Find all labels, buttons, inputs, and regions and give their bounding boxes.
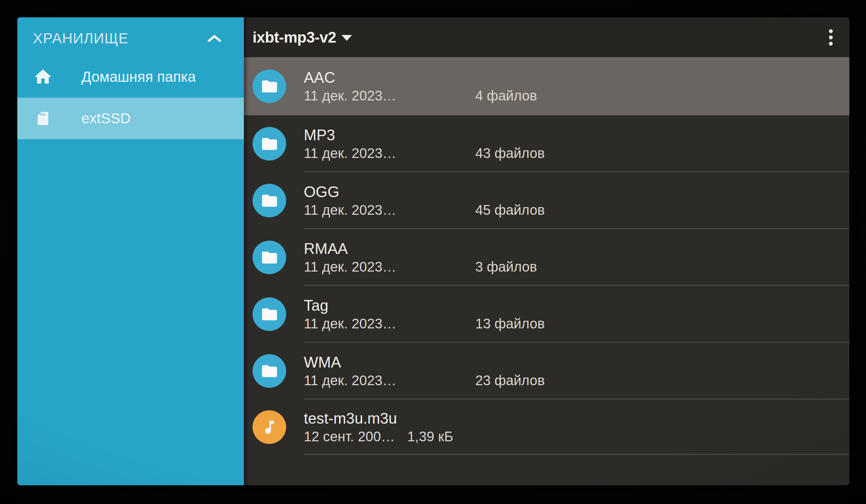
file-list: AAC 11 дек. 2023… 4 файлов MP3 — [244, 57, 849, 485]
file-manager-window: ХРАНИЛИЩЕ Домашняя папка extSSD — [17, 17, 849, 485]
folder-icon — [253, 184, 286, 218]
folder-icon — [253, 241, 286, 274]
file-info: OGG 11 дек. 2023… 45 файлов — [304, 183, 545, 219]
file-date: 12 сент. 200… — [304, 428, 395, 445]
storage-section-title: ХРАНИЛИЩЕ — [33, 30, 129, 47]
file-count: 43 файлов — [475, 144, 545, 162]
file-info: AAC 11 дек. 2023… 4 файлов — [304, 68, 537, 104]
file-info: RMAA 11 дек. 2023… 3 файлов — [304, 239, 537, 275]
sidebar-item-label: Домашняя папка — [81, 69, 196, 85]
file-date: 11 дек. 2023… — [304, 315, 475, 332]
app-bar: ixbt-mp3-v2 — [244, 17, 849, 57]
sidebar-item-extssd[interactable]: extSSD — [17, 98, 244, 139]
file-name: AAC — [304, 68, 537, 87]
file-info: test-m3u.m3u 12 сент. 200… 1,39 кБ — [304, 409, 453, 445]
folder-icon — [253, 298, 286, 331]
folder-icon — [253, 127, 286, 161]
file-count: 13 файлов — [475, 315, 545, 332]
sd-card-icon — [32, 108, 54, 129]
file-info: MP3 11 дек. 2023… 43 файлов — [304, 126, 545, 162]
file-browser-pane: ixbt-mp3-v2 AAC 11 дек. 2023… — [244, 17, 849, 485]
music-note-icon — [253, 410, 286, 444]
file-date: 11 дек. 2023… — [304, 201, 475, 219]
file-name: OGG — [304, 183, 545, 201]
file-name: MP3 — [304, 126, 545, 144]
file-info: WMA 11 дек. 2023… 23 файлов — [304, 353, 545, 389]
file-row-wma[interactable]: WMA 11 дек. 2023… 23 файлов — [244, 343, 849, 399]
triangle-down-icon — [342, 35, 352, 41]
folder-icon — [253, 70, 286, 103]
file-row-tag[interactable]: Tag 11 дек. 2023… 13 файлов — [244, 286, 849, 343]
file-date: 11 дек. 2023… — [304, 144, 475, 162]
photo-background: ХРАНИЛИЩЕ Домашняя папка extSSD — [0, 0, 866, 504]
file-name: Tag — [304, 296, 545, 315]
current-folder-name: ixbt-mp3-v2 — [253, 29, 336, 46]
file-name: WMA — [304, 353, 545, 372]
file-row-ogg[interactable]: OGG 11 дек. 2023… 45 файлов — [244, 172, 849, 229]
file-count: 45 файлов — [475, 201, 545, 219]
current-folder-dropdown[interactable]: ixbt-mp3-v2 — [244, 17, 375, 57]
file-info: Tag 11 дек. 2023… 13 файлов — [304, 296, 545, 332]
sidebar-item-home-folder[interactable]: Домашняя папка — [17, 56, 244, 98]
file-date: 11 дек. 2023… — [304, 87, 475, 104]
file-count: 4 файлов — [475, 87, 537, 104]
file-row-test-m3u[interactable]: test-m3u.m3u 12 сент. 200… 1,39 кБ — [244, 399, 849, 455]
file-count: 23 файлов — [475, 372, 545, 389]
file-name: RMAA — [304, 239, 537, 258]
folder-icon — [253, 354, 286, 388]
file-row-aac[interactable]: AAC 11 дек. 2023… 4 файлов — [244, 57, 849, 115]
sidebar-item-label: extSSD — [81, 110, 131, 127]
file-row-mp3[interactable]: MP3 11 дек. 2023… 43 файлов — [244, 115, 849, 172]
file-name: test-m3u.m3u — [304, 409, 453, 428]
file-count: 3 файлов — [475, 258, 537, 275]
storage-sidebar: ХРАНИЛИЩЕ Домашняя папка extSSD — [17, 17, 244, 485]
file-date: 11 дек. 2023… — [304, 372, 475, 389]
storage-section-header: ХРАНИЛИЩЕ — [17, 17, 244, 56]
kebab-menu-icon[interactable] — [825, 26, 836, 49]
file-date: 11 дек. 2023… — [304, 258, 475, 275]
chevron-up-icon[interactable] — [207, 34, 222, 43]
file-size: 1,39 кБ — [407, 428, 453, 445]
file-row-rmaa[interactable]: RMAA 11 дек. 2023… 3 файлов — [244, 229, 849, 286]
home-icon — [32, 66, 54, 88]
